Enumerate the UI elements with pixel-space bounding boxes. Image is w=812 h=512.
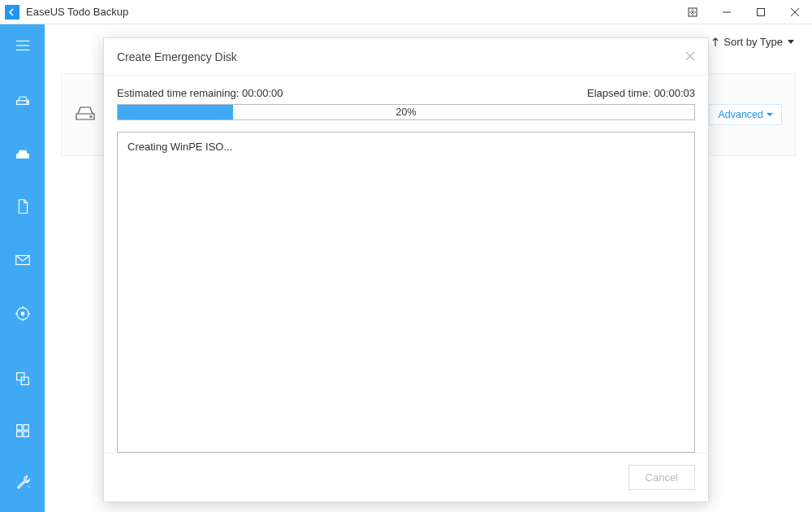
svg-rect-18: [16, 425, 21, 430]
dialog-close-button[interactable]: [685, 50, 695, 63]
titlebar: EaseUS Todo Backup: [0, 0, 812, 24]
system-backup-icon[interactable]: [6, 138, 39, 167]
svg-point-11: [21, 312, 24, 315]
window-minimize-button[interactable]: [710, 0, 744, 24]
progress-text: 20%: [118, 105, 694, 119]
elapsed-time: Elapsed time: 00:00:03: [587, 87, 695, 99]
drive-icon: [75, 104, 96, 125]
dialog-footer: Cancel: [104, 453, 708, 501]
settings-icon[interactable]: [6, 468, 39, 497]
sort-dropdown[interactable]: Sort by Type: [710, 36, 794, 48]
window-restore-down-icon[interactable]: [676, 0, 710, 24]
progress-bar: 20%: [117, 104, 695, 120]
mail-backup-icon[interactable]: [6, 245, 39, 275]
smart-backup-icon[interactable]: [6, 299, 39, 328]
cancel-button[interactable]: Cancel: [628, 465, 695, 490]
chevron-down-icon: [767, 113, 773, 116]
app-logo-icon: [5, 5, 19, 20]
svg-rect-2: [758, 8, 765, 15]
svg-rect-21: [23, 432, 28, 436]
create-emergency-disk-dialog: Create Emergency Disk Estimated time rem…: [103, 37, 709, 502]
chevron-down-icon: [788, 40, 794, 44]
svg-point-22: [90, 116, 92, 118]
window-close-button[interactable]: [778, 0, 812, 24]
svg-rect-16: [16, 373, 24, 380]
disk-backup-icon[interactable]: [6, 85, 39, 114]
sort-arrow-icon: [710, 37, 720, 47]
file-backup-icon[interactable]: [6, 192, 39, 221]
sort-label: Sort by Type: [723, 36, 783, 48]
main-area: Sort by Type Advanced Create Emergency D…: [45, 24, 812, 512]
advanced-label: Advanced: [718, 109, 763, 120]
log-output: Creating WinPE ISO...: [117, 132, 695, 453]
dialog-title: Create Emergency Disk: [117, 50, 237, 63]
estimated-time: Estimated time remaining: 00:00:00: [117, 87, 283, 99]
log-line: Creating WinPE ISO...: [127, 141, 685, 153]
svg-point-8: [26, 102, 27, 102]
time-row: Estimated time remaining: 00:00:00 Elaps…: [117, 87, 695, 99]
svg-rect-17: [21, 377, 28, 384]
window-maximize-button[interactable]: [744, 0, 778, 24]
tools-icon[interactable]: [6, 416, 39, 445]
menu-icon[interactable]: [6, 31, 39, 60]
sidebar: [0, 24, 45, 512]
svg-rect-20: [16, 432, 21, 436]
app-title: EaseUS Todo Backup: [26, 6, 128, 18]
clone-icon[interactable]: [6, 364, 39, 393]
advanced-dropdown[interactable]: Advanced: [709, 104, 782, 125]
dialog-header: Create Emergency Disk: [104, 38, 708, 76]
svg-rect-19: [23, 425, 28, 430]
